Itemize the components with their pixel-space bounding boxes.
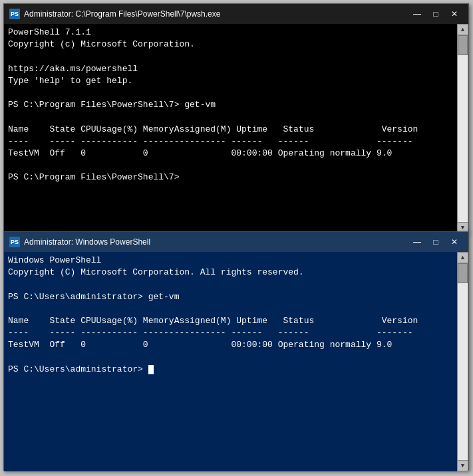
ps7-icon: PS bbox=[9, 9, 20, 19]
psw-line: Windows PowerShell bbox=[8, 255, 101, 265]
ps7-maximize-button[interactable]: □ bbox=[427, 7, 444, 21]
psw-maximize-button[interactable]: □ bbox=[427, 235, 444, 249]
psw-terminal[interactable]: Windows PowerShell Copyright (C) Microso… bbox=[4, 252, 468, 471]
psw-controls: — □ ✕ bbox=[408, 235, 463, 249]
psw-scroll-track[interactable] bbox=[457, 263, 468, 460]
psw-scrollbar[interactable]: ▲ ▼ bbox=[457, 252, 468, 471]
psw-close-button[interactable]: ✕ bbox=[446, 235, 463, 249]
ps7-line: Copyright (c) Microsoft Corporation. bbox=[8, 39, 195, 49]
ps7-scroll-up[interactable]: ▲ bbox=[457, 24, 468, 35]
psw-scroll-thumb[interactable] bbox=[458, 263, 468, 283]
psw-line: PS C:\Users\administrator> get-vm bbox=[8, 292, 179, 302]
ps7-title-bar[interactable]: PS Administrator: C:\Program Files\Power… bbox=[4, 4, 468, 24]
ps7-line: PowerShell 7.1.1 bbox=[8, 27, 91, 37]
psw-line: Name State CPUUsage(%) MemoryAssigned(M)… bbox=[8, 316, 418, 326]
ps7-line: Name State CPUUsage(%) MemoryAssigned(M)… bbox=[8, 124, 418, 134]
psw-title-bar[interactable]: PS Administrator: Windows PowerShell — □… bbox=[4, 232, 468, 252]
ps7-line: Type 'help' to get help. bbox=[8, 76, 132, 86]
psw-scroll-up[interactable]: ▲ bbox=[457, 252, 468, 263]
ps7-window: PS Administrator: C:\Program Files\Power… bbox=[3, 3, 469, 233]
psw-icon: PS bbox=[9, 237, 20, 247]
ps7-controls: — □ ✕ bbox=[408, 7, 463, 21]
ps7-line: PS C:\Program Files\PowerShell\7> bbox=[8, 172, 184, 182]
ps7-line: PS C:\Program Files\PowerShell\7> get-vm bbox=[8, 100, 216, 110]
ps7-terminal[interactable]: PowerShell 7.1.1 Copyright (c) Microsoft… bbox=[4, 24, 468, 233]
psw-line: ---- ----- ----------- ---------------- … bbox=[8, 328, 413, 338]
psw-title-text: Administrator: Windows PowerShell bbox=[24, 237, 408, 247]
ps7-scroll-thumb[interactable] bbox=[458, 35, 468, 55]
ps7-line: ---- ----- ----------- ---------------- … bbox=[8, 136, 413, 146]
psw-line: Copyright (C) Microsoft Corporation. All… bbox=[8, 267, 304, 277]
ps7-title-text: Administrator: C:\Program Files\PowerShe… bbox=[24, 9, 408, 19]
psw-minimize-button[interactable]: — bbox=[408, 235, 426, 249]
ps7-scroll-track[interactable] bbox=[457, 35, 468, 222]
psw-line: TestVM Off 0 0 00:00:00 Operating normal… bbox=[8, 340, 392, 350]
ps7-line: TestVM Off 0 0 00:00:00 Operating normal… bbox=[8, 148, 392, 158]
psw-scroll-down[interactable]: ▼ bbox=[457, 460, 468, 471]
psw-window: PS Administrator: Windows PowerShell — □… bbox=[3, 231, 469, 471]
psw-line: PS C:\Users\administrator> bbox=[8, 364, 148, 374]
psw-cursor bbox=[148, 365, 154, 374]
ps7-scrollbar[interactable]: ▲ ▼ bbox=[457, 24, 468, 233]
ps7-close-button[interactable]: ✕ bbox=[446, 7, 463, 21]
ps7-line: https://aka.ms/powershell bbox=[8, 64, 138, 74]
ps7-minimize-button[interactable]: — bbox=[408, 7, 426, 21]
